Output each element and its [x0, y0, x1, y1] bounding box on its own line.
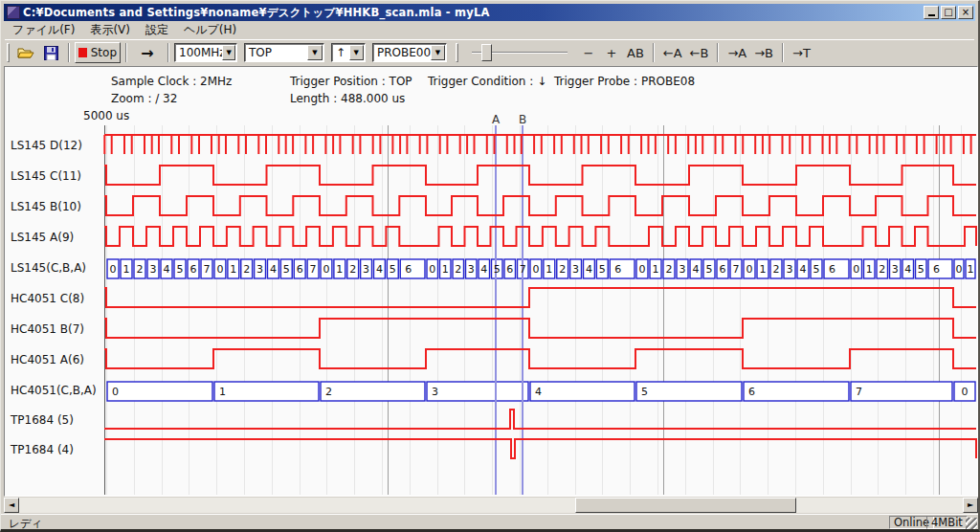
stop-square-icon: [78, 48, 87, 57]
chevron-down-icon[interactable]: ▼: [431, 45, 445, 60]
trigger-probe-combo[interactable]: PROBE00 ▼: [372, 43, 447, 62]
open-folder-icon: [17, 46, 34, 59]
menu-settings[interactable]: 設定: [138, 21, 176, 40]
window-title: C:¥Documents and Settings¥noname¥デスクトップ¥…: [23, 6, 924, 20]
length-info: Length : 488.000 us: [290, 92, 405, 105]
menu-view[interactable]: 表示(V): [82, 21, 138, 40]
scroll-right-arrow-icon[interactable]: ►: [963, 498, 978, 513]
title-bar[interactable]: C:¥Documents and Settings¥noname¥デスクトップ¥…: [4, 4, 975, 21]
trigger-probe-info: Trigger Probe : PROBE08: [554, 75, 695, 88]
trigger-condition-info: Trigger Condition : ↓: [428, 75, 546, 88]
toolbar-separator: [717, 43, 719, 62]
goto-trigger-button[interactable]: →T: [789, 42, 814, 63]
minimize-button[interactable]: [924, 6, 939, 19]
trigger-position-combo[interactable]: TOP ▼: [244, 43, 324, 62]
zoom-ab-button[interactable]: AB: [623, 42, 648, 63]
goto-cursor-a-button[interactable]: ←A: [659, 42, 686, 63]
channel-label-HC4051-C-B-A: HC4051(C,B,A): [11, 384, 97, 397]
channel-label-HC4051-A-6: HC4051 A(6): [11, 353, 84, 366]
chevron-down-icon[interactable]: ▼: [307, 45, 323, 60]
trigger-edge-combo[interactable]: ↑ ▼: [331, 43, 366, 62]
scroll-left-arrow-icon[interactable]: ◄: [4, 498, 19, 513]
channel-label-TP1684-5: TP1684 (5): [11, 413, 74, 427]
status-ready-text: レディ: [9, 517, 42, 531]
waveform-client-area: [4, 66, 978, 497]
close-button[interactable]: ×: [958, 6, 973, 19]
zoom-in-button[interactable]: +: [600, 42, 623, 63]
app-icon: [7, 6, 20, 19]
status-memory-badge: 4MBit: [926, 516, 968, 529]
minimize-icon: [928, 14, 935, 16]
sample-clock-combo[interactable]: 100MHz ▼: [174, 43, 237, 62]
menu-bar: ファイル(F) 表示(V) 設定 ヘルプ(H): [5, 22, 974, 38]
sample-clock-value: 100MHz: [175, 46, 222, 59]
toolbar-grip: [456, 43, 458, 62]
channel-label-HC4051-B-7: HC4051 B(7): [11, 322, 84, 336]
channel-label-LS145-D-12: LS145 D(12): [11, 139, 82, 152]
open-file-button[interactable]: [13, 42, 38, 63]
toolbar-separator: [167, 43, 169, 62]
set-cursor-a-button[interactable]: →A: [724, 42, 750, 63]
trigger-edge-value: ↑: [332, 46, 349, 59]
toolbar-grip: [7, 43, 10, 62]
sample-clock-info: Sample Clock : 2MHz: [111, 75, 232, 88]
channel-label-LS145-C-11: LS145 C(11): [11, 169, 81, 183]
channel-label-LS145-C-B-A: LS145(C,B,A): [11, 261, 86, 275]
channel-label-HC4051-C-8: HC4051 C(8): [11, 292, 84, 305]
trigger-probe-value: PROBE00: [373, 46, 431, 59]
set-cursor-b-button[interactable]: →B: [750, 42, 777, 63]
toolbar-separator: [653, 43, 655, 62]
chevron-down-icon[interactable]: ▼: [222, 45, 235, 60]
chevron-down-icon[interactable]: ▼: [349, 45, 364, 60]
toolbar-separator: [782, 43, 784, 62]
stop-button[interactable]: Stop: [75, 42, 121, 63]
channel-label-TP1684-4: TP1684 (4): [11, 443, 74, 456]
toolbar-separator: [68, 43, 70, 62]
app-window: C:¥Documents and Settings¥noname¥デスクトップ¥…: [0, 0, 980, 532]
scrollbar-thumb[interactable]: [575, 498, 796, 513]
horizontal-scrollbar[interactable]: ◄ ►: [4, 498, 978, 513]
trigger-position-value: TOP: [245, 46, 307, 59]
toolbar: Stop → 100MHz ▼ TOP ▼ ↑ ▼ PROBE00 ▼ − + …: [5, 39, 974, 65]
trigger-position-info: Trigger Position : TOP: [290, 75, 412, 88]
resize-grip[interactable]: [966, 518, 977, 529]
time-scale-label: 5000 us: [83, 109, 129, 122]
cursor-b-label[interactable]: B: [519, 113, 526, 126]
run-button[interactable]: →: [132, 42, 163, 63]
status-bar: レディ Online 4MBit: [1, 514, 979, 530]
channel-label-LS145-A-9: LS145 A(9): [11, 231, 74, 244]
zoom-out-button[interactable]: −: [577, 42, 600, 63]
menu-file[interactable]: ファイル(F): [5, 21, 82, 40]
channel-label-LS145-B-10: LS145 B(10): [11, 200, 81, 213]
zoom-slider[interactable]: [468, 42, 571, 63]
toolbar-separator: [125, 43, 127, 62]
stop-label: Stop: [91, 46, 117, 59]
menu-help[interactable]: ヘルプ(H): [176, 21, 244, 40]
save-floppy-icon: [44, 46, 58, 60]
zoom-slider-thumb[interactable]: [481, 44, 492, 61]
goto-cursor-b-button[interactable]: ←B: [686, 42, 713, 63]
zoom-info: Zoom : / 32: [111, 92, 177, 105]
save-file-button[interactable]: [38, 42, 63, 63]
maximize-button[interactable]: □: [941, 6, 956, 19]
cursor-a-label[interactable]: A: [492, 113, 500, 126]
